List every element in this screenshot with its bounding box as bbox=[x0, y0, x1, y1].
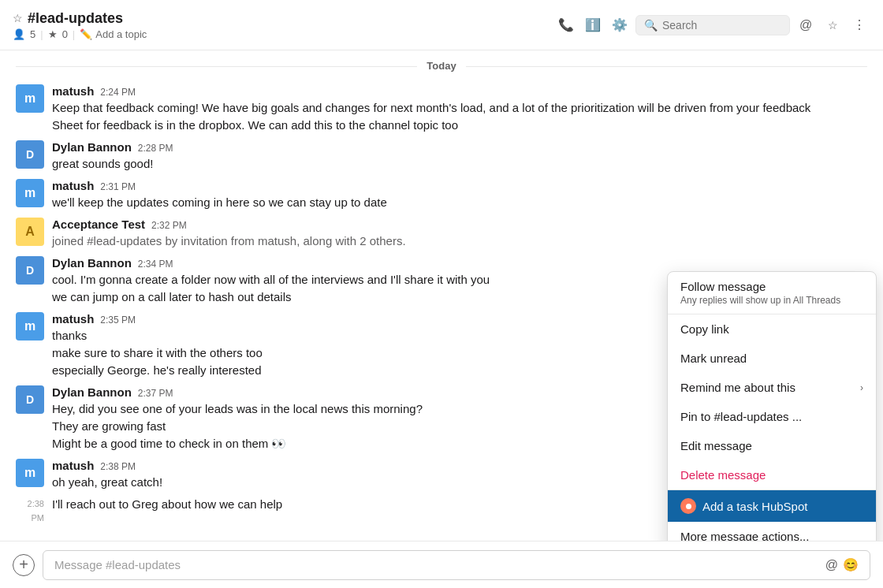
date-label: Today bbox=[417, 60, 465, 72]
message-time: 2:38 PM bbox=[100, 461, 136, 472]
pipe1: | bbox=[40, 28, 43, 40]
message-time: 2:32 PM bbox=[151, 220, 187, 231]
header: ☆ #lead-updates 👤 5 | ★ 0 | ✏️ Add a top… bbox=[0, 0, 883, 50]
message-text: Hey, did you see one of your leads was i… bbox=[52, 400, 423, 418]
follow-message-item[interactable]: Follow message Any replies will show up … bbox=[668, 272, 876, 314]
avatar: m bbox=[16, 459, 44, 487]
context-menu: Follow message Any replies will show up … bbox=[667, 271, 877, 541]
pin-item[interactable]: Pin to #lead-updates ... bbox=[668, 402, 876, 431]
member-count: 5 bbox=[30, 28, 35, 40]
message-author: matush bbox=[52, 312, 94, 326]
star-icon[interactable]: ☆ bbox=[13, 12, 23, 24]
avatar: A bbox=[16, 218, 44, 246]
mark-unread-item[interactable]: Mark unread bbox=[668, 344, 876, 373]
members-icon: 👤 bbox=[13, 28, 25, 40]
message-time: 2:24 PM bbox=[100, 87, 136, 98]
avatar: m bbox=[16, 179, 44, 207]
follow-message-sub: Any replies will show up in All Threads bbox=[680, 295, 863, 306]
continuation-text: I'll reach out to Greg about how we can … bbox=[52, 496, 282, 513]
edit-message-item[interactable]: Edit message bbox=[668, 431, 876, 460]
message-text: thanks bbox=[52, 327, 263, 344]
mention-icon[interactable]: @ bbox=[795, 14, 817, 36]
avatar: D bbox=[16, 256, 44, 285]
phone-icon[interactable]: 📞 bbox=[555, 14, 577, 36]
message-text: especially George. he's really intereste… bbox=[52, 362, 263, 379]
message-time: 2:35 PM bbox=[100, 314, 136, 326]
message-text: we'll keep the updates coming in here so… bbox=[52, 194, 387, 211]
message-content: matush 2:35 PM thanks make sure to share… bbox=[52, 312, 263, 379]
add-button[interactable]: + bbox=[13, 554, 35, 576]
emoji-icon[interactable]: 😊 bbox=[843, 557, 859, 572]
input-area: + Message #lead-updates @ 😊 bbox=[0, 541, 883, 588]
hubspot-item[interactable]: Add a task HubSpot bbox=[668, 490, 876, 522]
date-divider: Today bbox=[0, 60, 883, 72]
star-count: 0 bbox=[62, 28, 68, 40]
info-icon[interactable]: ℹ️ bbox=[582, 14, 604, 36]
message-author: matush bbox=[52, 459, 94, 472]
messages-area: Today m matush 2:24 PM Keep that feedbac… bbox=[0, 50, 883, 541]
message-text: oh yeah, great catch! bbox=[52, 474, 162, 491]
avatar: D bbox=[16, 385, 44, 414]
search-box[interactable]: 🔍 bbox=[635, 15, 790, 35]
pin-label: Pin to #lead-updates ... bbox=[680, 410, 802, 423]
message-time: 2:34 PM bbox=[138, 259, 173, 270]
avatar: D bbox=[16, 140, 44, 169]
header-left: ☆ #lead-updates 👤 5 | ★ 0 | ✏️ Add a top… bbox=[13, 10, 555, 40]
message-text: Keep that feedback coming! We have big g… bbox=[52, 99, 810, 117]
message-content: matush 2:31 PM we'll keep the updates co… bbox=[52, 179, 387, 211]
message-content: Dylan Bannon 2:37 PM Hey, did you see on… bbox=[52, 385, 423, 452]
edit-label: Edit message bbox=[680, 439, 752, 452]
delete-label: Delete message bbox=[680, 468, 766, 482]
hubspot-icon bbox=[680, 498, 696, 514]
message-author: Dylan Bannon bbox=[52, 256, 132, 270]
message-group: m matush 2:24 PM Keep that feedback comi… bbox=[0, 81, 883, 137]
settings-icon[interactable]: ⚙️ bbox=[609, 14, 631, 36]
search-icon: 🔍 bbox=[644, 19, 658, 32]
more-actions-item[interactable]: More message actions... bbox=[668, 522, 876, 541]
message-text: make sure to share it with the others to… bbox=[52, 344, 263, 362]
add-topic-btn[interactable]: ✏️ Add a topic bbox=[80, 28, 147, 40]
remind-me-label: Remind me about this bbox=[680, 381, 795, 394]
chevron-right-icon: › bbox=[860, 382, 863, 393]
message-content: matush 2:38 PM oh yeah, great catch! bbox=[52, 459, 162, 491]
channel-name: #lead-updates bbox=[28, 10, 123, 27]
system-message-group: A Acceptance Test 2:32 PM joined #lead-u… bbox=[0, 214, 883, 253]
message-text: Sheet for feedback is in the dropbox. We… bbox=[52, 117, 810, 134]
message-content: Dylan Bannon 2:28 PM great sounds good! bbox=[52, 140, 173, 173]
continuation-time: 2:38 PM bbox=[28, 499, 44, 523]
message-input-wrapper[interactable]: Message #lead-updates @ 😊 bbox=[43, 550, 870, 580]
remind-me-item[interactable]: Remind me about this › bbox=[668, 373, 876, 402]
copy-link-label: Copy link bbox=[680, 322, 729, 336]
mark-unread-label: Mark unread bbox=[680, 352, 747, 365]
search-input[interactable] bbox=[662, 19, 781, 32]
message-content: Acceptance Test 2:32 PM joined #lead-upd… bbox=[52, 218, 406, 250]
message-author: Dylan Bannon bbox=[52, 385, 132, 399]
avatar: m bbox=[16, 84, 44, 113]
message-author: Dylan Bannon bbox=[52, 140, 132, 154]
message-text: joined #lead-updates by invitation from … bbox=[52, 233, 406, 250]
avatar: m bbox=[16, 312, 44, 341]
bookmark-icon[interactable]: ☆ bbox=[822, 14, 844, 36]
more-actions-label: More message actions... bbox=[680, 530, 809, 541]
message-text: cool. I'm gonna create a folder now with… bbox=[52, 271, 490, 288]
pipe2: | bbox=[73, 28, 75, 40]
message-text: great sounds good! bbox=[52, 155, 173, 173]
message-group: D Dylan Bannon 2:28 PM great sounds good… bbox=[0, 137, 883, 176]
message-author: matush bbox=[52, 84, 94, 98]
message-input-placeholder: Message #lead-updates bbox=[54, 558, 181, 571]
message-time: 2:31 PM bbox=[100, 181, 136, 192]
message-author: Acceptance Test bbox=[52, 218, 145, 231]
hubspot-label: Add a task HubSpot bbox=[702, 500, 807, 513]
message-author: matush bbox=[52, 179, 94, 192]
more-icon[interactable]: ⋮ bbox=[848, 14, 870, 36]
star-count-icon: ★ bbox=[48, 28, 58, 40]
follow-message-label: Follow message bbox=[680, 280, 863, 293]
add-topic-label: Add a topic bbox=[95, 28, 147, 40]
plus-icon: ✏️ bbox=[80, 28, 92, 40]
message-text: Might be a good time to check in on them… bbox=[52, 435, 423, 452]
message-time: 2:37 PM bbox=[138, 388, 173, 399]
delete-message-item[interactable]: Delete message bbox=[668, 460, 876, 489]
copy-link-item[interactable]: Copy link bbox=[668, 314, 876, 344]
at-icon[interactable]: @ bbox=[825, 558, 838, 572]
message-time: 2:28 PM bbox=[138, 143, 173, 154]
